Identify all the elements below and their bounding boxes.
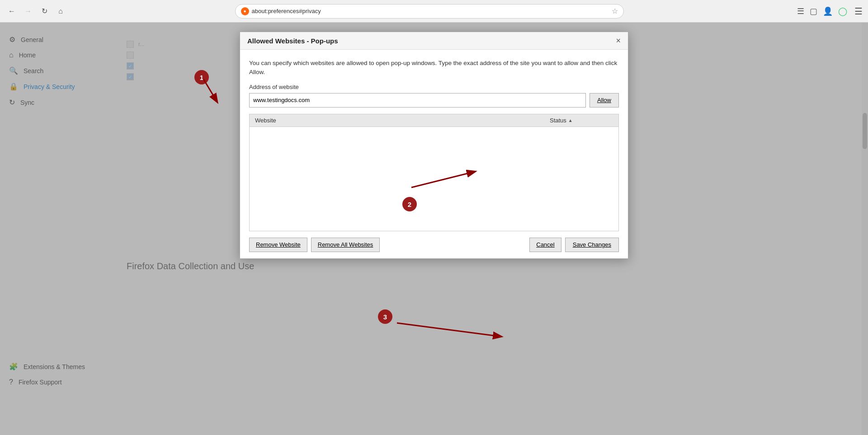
dialog-title: Allowed Websites - Pop-ups xyxy=(247,37,338,45)
table-header: Website Status ▲ xyxy=(250,114,618,127)
address-section: Address of website Allow xyxy=(249,84,619,108)
account-icon[interactable]: 👤 xyxy=(823,6,833,16)
menu-button[interactable]: ☰ xyxy=(854,6,863,17)
remove-website-button[interactable]: Remove Website xyxy=(249,238,307,252)
sort-arrow-icon: ▲ xyxy=(568,118,573,123)
table-body xyxy=(250,127,618,231)
address-label: Address of website xyxy=(249,84,619,90)
annotation-2: 2 xyxy=(402,197,417,211)
dialog-body: You can specify which websites are allow… xyxy=(240,50,628,231)
browser-chrome: ← → ↻ ⌂ ● about:preferences#privacy ☆ ☰ … xyxy=(0,0,868,23)
sync-icon[interactable]: ◯ xyxy=(838,6,847,16)
save-changes-button[interactable]: Save Changes xyxy=(565,238,619,252)
col-website-header: Website xyxy=(255,117,550,124)
bookmark-icon[interactable]: ☆ xyxy=(612,7,618,15)
url-text: about:preferences#privacy xyxy=(252,8,609,14)
sidebar-toggle-icon[interactable]: ▢ xyxy=(810,6,817,16)
dialog-footer: Remove Website Remove All Websites Cance… xyxy=(240,231,628,258)
dialog-titlebar: Allowed Websites - Pop-ups × xyxy=(240,32,628,50)
col-status-header: Status ▲ xyxy=(550,117,613,124)
address-bar[interactable]: ● about:preferences#privacy ☆ xyxy=(235,4,624,19)
reload-button[interactable]: ↻ xyxy=(38,5,51,18)
library-icon[interactable]: ☰ xyxy=(797,6,804,16)
dialog-description: You can specify which websites are allow… xyxy=(249,59,619,77)
cancel-button[interactable]: Cancel xyxy=(529,238,561,252)
address-row: Allow xyxy=(249,93,619,108)
dialog-close-button[interactable]: × xyxy=(616,37,621,45)
website-table: Website Status ▲ xyxy=(249,114,619,231)
forward-button[interactable]: → xyxy=(22,5,34,18)
annotation-3: 3 xyxy=(378,309,392,324)
back-button[interactable]: ← xyxy=(5,5,18,18)
address-input[interactable] xyxy=(249,93,586,108)
footer-left-buttons: Remove Website Remove All Websites xyxy=(249,238,380,252)
footer-right-buttons: Cancel Save Changes xyxy=(529,238,619,252)
allow-button[interactable]: Allow xyxy=(590,93,619,108)
remove-all-websites-button[interactable]: Remove All Websites xyxy=(311,238,380,252)
allowed-websites-dialog: Allowed Websites - Pop-ups × You can spe… xyxy=(240,32,628,259)
firefox-icon: ● xyxy=(241,7,249,15)
toolbar-icons: ☰ ▢ 👤 ◯ ☰ xyxy=(797,6,863,17)
annotation-1: 1 xyxy=(194,70,209,84)
home-button[interactable]: ⌂ xyxy=(54,5,67,18)
